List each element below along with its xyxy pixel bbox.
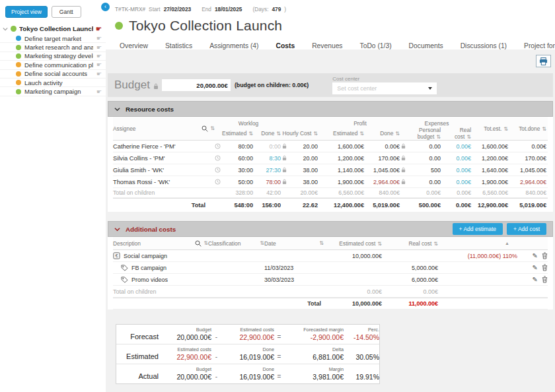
real-cost-link[interactable]: 0.00€ [442,167,472,174]
sort-icon[interactable]: ⇅ [248,131,253,137]
resource-costs-table: Assignee ⇅ Worklog Estimated⇅ Done⇅ Hour… [108,117,553,212]
print-button[interactable] [536,55,551,67]
edit-icon[interactable]: ✎ [533,276,538,283]
table-row[interactable]: Giulia Smith - 'WK' 30:00 27:30 38.00 1,… [113,164,548,176]
pointer-hand-icon[interactable]: ☛ [96,88,102,95]
budget-input[interactable] [162,79,231,91]
summary-percentage: 19.91% [355,373,379,381]
tree-item-define-communication-platform[interactable]: Define communication platform ☛ [0,61,106,69]
sort-icon[interactable]: ⇅ [313,131,318,137]
sort-icon[interactable]: ⇅ [377,241,382,247]
pointer-hand-icon[interactable]: ☛ [96,44,102,51]
tot-est: 12,900.00€ [472,202,509,209]
pointer-hand-icon[interactable]: ☛ [96,35,102,42]
total-row: Total 548:00 156:00 22.62 12,400.00€ 5,0… [113,198,548,212]
sort-icon[interactable]: ⇅ [542,126,546,132]
pointer-hand-icon[interactable]: ☛ [96,71,102,77]
sort-icon[interactable]: ⇅ [395,131,400,137]
real-cost: 0.00€ [383,288,439,295]
delete-icon[interactable] [542,264,548,271]
sort-asc-icon[interactable]: ▲ [439,241,519,245]
summary-col-label: Delta [332,346,344,352]
col-group-worklog: Worklog [215,120,282,127]
cost-center-select[interactable]: Set cost center [332,82,437,94]
sort-icon[interactable]: ⇅ [276,131,281,137]
project-view-button[interactable]: Project view [5,6,48,18]
status-dot [16,62,21,67]
real-cost-link[interactable]: 0.00€ [442,179,472,185]
personal-budget[interactable]: 0.00 [429,155,441,162]
summary-row-name: Forecast [116,333,159,341]
printer-icon [539,57,548,65]
sort-icon[interactable]: ⇅ [260,240,264,246]
worklog-done[interactable]: 27:30 [254,167,282,174]
search-icon[interactable] [195,240,202,247]
table-row[interactable]: FB campaign 11/03/2023 5,000.00€ ✎ [113,262,548,274]
edit-icon[interactable]: ✎ [533,252,538,259]
tree-item-market-research[interactable]: Market research and analysis ☛ [0,43,106,51]
sort-icon[interactable]: ⇅ [433,241,438,247]
tree-item-marketing-campaign[interactable]: Marketing campaign ☛ [0,87,106,96]
hourly-cost[interactable]: 20.00 [303,155,318,162]
table-row[interactable]: Promo videos 30/03/2023 6,000.00€ ✎ [113,274,548,286]
sort-icon[interactable]: ⇅ [503,126,508,132]
clock-icon [215,167,221,173]
tree-item-lauch-activity[interactable]: Lauch activity [0,79,106,87]
worklog-estimated[interactable]: 60:00 [238,155,253,162]
pointer-hand-icon[interactable]: ☛ [96,25,102,32]
worklog-estimated[interactable]: 80:00 [238,143,253,150]
tree-item-marketing-strategy[interactable]: Marketing strategy development ☛ [0,52,106,61]
table-row[interactable]: Silvia Collins - 'PM' 60:00 8:30 20.00 1… [113,152,548,164]
worklog-estimated: 328:00 [215,189,254,196]
collapse-sidebar-button[interactable]: ‹ [101,3,110,11]
delete-icon[interactable] [542,252,548,259]
add-cost-button[interactable]: + Add cost [507,223,546,235]
personal-budget[interactable]: 0.00 [429,143,441,150]
summary-col-label: Budget [196,327,211,333]
hourly-cost[interactable]: 38.00 [303,167,318,174]
sort-icon[interactable]: ⇅ [319,240,324,246]
gantt-button[interactable]: Gantt [52,6,81,18]
pointer-hand-icon[interactable]: ☛ [96,53,102,59]
tree-root-tokyo-collection-launch[interactable]: Tokyo Collection Launch ☛ [0,24,106,34]
sort-icon[interactable]: ⇅ [466,134,471,140]
chevron-down-icon[interactable] [114,226,120,232]
personal-budget[interactable]: 0.00 [429,179,441,185]
col-tot-est: Tot.est.⇅ [472,125,509,132]
edit-icon[interactable]: ✎ [533,264,538,271]
real-cost-link[interactable]: 0.00€ [442,155,472,162]
table-row[interactable]: Thomas Rossi - 'WK' 50:00 78:00 38.00 1,… [113,176,548,188]
real-cost-link[interactable]: 0.00€ [442,143,472,150]
delete-icon[interactable] [542,276,548,283]
operator: = [274,333,284,341]
sort-icon[interactable]: ⇅ [210,125,215,131]
main-panel: ‹ T#TK-MRX# Start 27/02/2023 End 18/01/2… [106,0,555,392]
worklog-estimated[interactable]: 30:00 [238,167,253,174]
hourly-cost[interactable]: 38.00 [303,179,318,185]
hourly-cost[interactable]: 20.00 [303,143,318,150]
add-estimate-button[interactable]: + Add estimate [453,223,503,235]
hourly-cost: 22.62 [282,202,319,209]
worklog-done[interactable]: 78:00 [254,179,282,185]
chevron-down-icon[interactable] [114,106,120,112]
additional-costs-section-header[interactable]: Additional costs + Add estimate + Add co… [108,221,553,237]
sort-icon[interactable]: ⇅ [204,240,208,246]
search-icon[interactable] [202,125,208,132]
col-estimated-cost: Estimated cost⇅ [324,240,383,247]
worklog-done[interactable]: 8:30 [254,155,282,162]
project-meta: T#TK-MRX# Start 27/02/2023 End 18/01/202… [106,0,555,13]
sort-icon[interactable]: ⇅ [436,134,441,140]
personal-budget[interactable]: 500 [431,167,441,174]
resource-costs-section-header[interactable]: Resource costs [108,101,553,117]
chevron-down-icon[interactable] [3,26,8,32]
worklog-estimated[interactable]: 50:00 [238,179,253,185]
project-tree-sidebar: Project view Gantt Tokyo Collection Laun… [0,0,106,392]
worklog-done[interactable]: 0:00 [254,143,282,150]
table-row[interactable]: Catherine Fierce - 'PM' 80:00 0:00 20.00… [113,141,548,152]
tree-item-define-social-accounts[interactable]: Define social accounts ☛ [0,70,106,79]
sort-icon[interactable]: ⇅ [359,131,364,137]
table-row[interactable]: € Social campaign 10,000.00€ (11,000.00€… [113,250,548,262]
col-date: Date⇅ [264,240,324,247]
tree-item-define-target-market[interactable]: Define target market ☛ [0,34,106,43]
pointer-hand-icon[interactable]: ☛ [96,61,102,68]
